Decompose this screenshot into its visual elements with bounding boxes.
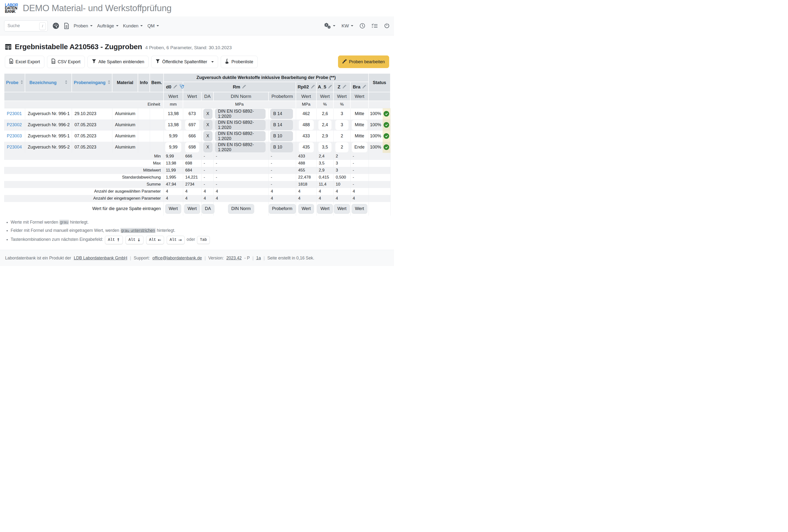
bem-cell — [150, 142, 163, 153]
kw-dropdown[interactable]: KW — [341, 23, 353, 28]
csv-export-button[interactable]: CSV Export — [47, 56, 85, 68]
footer-support-link[interactable]: office@labordatenbank.de — [153, 256, 202, 261]
probe-link[interactable]: P23002 — [7, 122, 22, 127]
app-logo[interactable]: LABOR DATEN BANK — [5, 3, 18, 13]
show-all-columns-button[interactable]: Alle Spalten einblenden — [87, 56, 149, 68]
logo-line-3: BANK — [5, 10, 18, 13]
a5-wert-input[interactable]: 2,9 — [318, 131, 332, 141]
footer-version-link[interactable]: 2023.42 — [226, 256, 241, 261]
d0-wert-input[interactable]: 13,98 — [165, 109, 181, 119]
fill-a5-wert-button[interactable]: Wert — [317, 204, 333, 214]
logout-power-icon[interactable] — [384, 23, 390, 29]
bra-wert-input[interactable]: Ende — [352, 142, 367, 152]
history-clock-icon[interactable] — [359, 23, 366, 29]
fill-rp02-wert-button[interactable]: Wert — [298, 204, 314, 214]
excel-file-icon — [9, 59, 13, 65]
stat-value: 455 — [296, 167, 316, 174]
d0-wert-input[interactable]: 9,99 — [165, 142, 181, 152]
a5-wert-input[interactable]: 3,5 — [318, 142, 332, 152]
menu-kunden[interactable]: Kunden — [123, 23, 143, 28]
unit-status — [369, 101, 390, 108]
search-box[interactable]: / — [4, 20, 48, 32]
pencil-icon[interactable] — [311, 84, 315, 90]
search-input[interactable] — [7, 23, 38, 28]
fill-bra-wert-button[interactable]: Wert — [352, 204, 368, 214]
pencil-icon[interactable] — [174, 84, 177, 90]
arrow-right-icon: → — [178, 237, 182, 243]
rp02-wert-input[interactable]: 435 — [299, 142, 314, 152]
stat-value: 4 — [163, 195, 183, 202]
z-wert-input[interactable]: 2 — [335, 131, 349, 141]
rm-wert-input[interactable]: 673 — [185, 109, 199, 119]
excel-export-label: Excel Export — [16, 59, 40, 64]
sort-icon[interactable] — [108, 80, 110, 85]
a5-wert-input[interactable]: 2,6 — [318, 109, 332, 119]
info-cell — [138, 131, 150, 142]
header-spacer-status — [369, 92, 390, 101]
probe-link[interactable]: P23004 — [7, 145, 22, 150]
rp02-wert-input[interactable]: 433 — [299, 131, 314, 141]
bra-wert-input[interactable]: Mitte — [352, 131, 367, 141]
z-wert-input[interactable]: 3 — [335, 109, 349, 119]
probeform-formula-field: B 14 — [270, 120, 293, 130]
public-column-filters-button[interactable]: Öffentliche Spaltenfilter — [151, 56, 218, 68]
stethoscope-icon[interactable] — [179, 84, 184, 90]
settings-gears-icon[interactable] — [324, 23, 335, 29]
stat-value: 4 — [316, 188, 333, 195]
z-wert-input[interactable]: 3 — [335, 120, 349, 130]
footer-company-link[interactable]: LDB Labordatenbank GmbH — [74, 256, 127, 261]
pencil-icon[interactable] — [328, 84, 332, 90]
document-icon[interactable] — [64, 23, 69, 29]
probe-link[interactable]: P23003 — [7, 134, 22, 138]
stat-value: 10 — [333, 181, 350, 188]
sort-icon[interactable] — [21, 80, 23, 85]
probeform-formula-field: B 10 — [270, 131, 293, 141]
menu-proben[interactable]: Proben — [74, 23, 93, 28]
sample-list-button[interactable]: Probenliste — [221, 56, 258, 68]
dashboard-icon[interactable] — [52, 22, 59, 29]
a5-wert-input[interactable]: 2,4 — [318, 120, 332, 130]
rp02-wert-input[interactable]: 488 — [299, 120, 314, 130]
checklist-icon[interactable] — [372, 23, 378, 29]
fill-d0-wert-button[interactable]: Wert — [165, 204, 181, 214]
stat-value: 47,94 — [163, 181, 183, 188]
excel-export-button[interactable]: Excel Export — [5, 56, 44, 68]
fill-da-button[interactable]: DA — [202, 204, 214, 214]
menu-auftraege-label: Aufträge — [97, 23, 114, 28]
bra-wert-input[interactable]: Mitte — [352, 120, 367, 130]
stat-value: 4 — [316, 195, 333, 202]
column-header-probeneingang[interactable]: Probeneingang — [72, 73, 112, 92]
z-wert-input[interactable]: 2 — [335, 142, 349, 152]
pencil-icon[interactable] — [242, 84, 246, 90]
stat-status — [369, 167, 390, 174]
fill-din-norm-button[interactable]: DIN Norm — [228, 204, 254, 214]
column-header-probe[interactable]: Probe — [4, 73, 25, 92]
bezeichnung-cell: Zugversuch Nr. 996-1 — [25, 108, 72, 119]
unit-a5: % — [316, 101, 333, 108]
rm-wert-input[interactable]: 697 — [185, 120, 199, 130]
sort-icon[interactable] — [65, 80, 67, 85]
stat-value: 4 — [163, 188, 183, 195]
rp02-wert-input[interactable]: 462 — [299, 109, 314, 119]
fill-rm-wert-button[interactable]: Wert — [184, 204, 200, 214]
stat-label: Anzahl der eingetragenen Parameter — [4, 195, 163, 202]
pencil-icon[interactable] — [342, 84, 346, 90]
d0-wert-input[interactable]: 9,99 — [165, 131, 181, 141]
stat-value: 0,500 — [333, 174, 350, 181]
menu-auftraege[interactable]: Aufträge — [97, 23, 118, 28]
footer-revision-link[interactable]: 1a — [256, 256, 261, 261]
kbd-tab: Tab — [197, 236, 210, 244]
fill-probeform-button[interactable]: Probeform — [269, 204, 296, 214]
rm-wert-input[interactable]: 698 — [185, 142, 199, 152]
rm-wert-input[interactable]: 666 — [185, 131, 199, 141]
pencil-icon[interactable] — [362, 84, 366, 90]
bra-wert-input[interactable]: Mitte — [352, 109, 367, 119]
column-header-bezeichnung[interactable]: Bezeichnung — [25, 73, 72, 92]
fill-z-wert-button[interactable]: Wert — [334, 204, 350, 214]
menu-qm[interactable]: QM — [147, 23, 159, 28]
d0-wert-input[interactable]: 13,98 — [165, 120, 181, 130]
edit-samples-button[interactable]: Proben bearbeiten — [338, 56, 389, 68]
probe-link[interactable]: P23001 — [7, 111, 22, 116]
stat-value: 2,4 — [316, 153, 333, 160]
stat-label: Summe — [4, 181, 163, 188]
